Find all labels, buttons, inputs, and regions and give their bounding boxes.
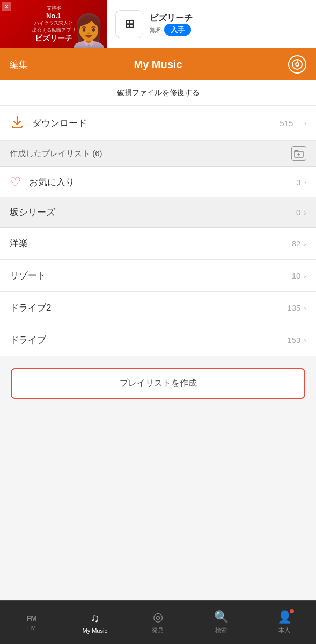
notification-badge bbox=[290, 609, 294, 613]
nav-label-fm: FM bbox=[27, 625, 36, 631]
playlist-count-saka: 0 bbox=[296, 208, 300, 217]
playlist-row-yogaku[interactable]: 洋楽 82 › bbox=[0, 228, 316, 260]
playlist-name-drive: ドライブ bbox=[10, 334, 287, 346]
ad-left[interactable]: × 支持率 No.1 ハイクラス求人と 出会える転職アプリ ビズリーチ 👩‍💼 bbox=[0, 0, 107, 48]
playlist-name-saka: 坂シリーズ bbox=[10, 206, 296, 218]
chevron-icon: › bbox=[304, 272, 306, 280]
chevron-icon: › bbox=[304, 178, 306, 186]
nav-item-search[interactable]: 🔍 検索 bbox=[189, 610, 253, 634]
ad-logo: ⊞ bbox=[115, 10, 143, 38]
ad-brand-name-left: ビズリーチ bbox=[32, 34, 76, 43]
page-title: My Music bbox=[134, 58, 182, 71]
playlist-name-resort: リゾート bbox=[10, 269, 292, 282]
nav-label-mymusic: My Music bbox=[82, 627, 107, 634]
playlist-count-resort: 10 bbox=[292, 271, 301, 280]
playlist-section-label: 作成したプレイリスト (6) bbox=[10, 149, 102, 159]
chevron-icon: › bbox=[304, 239, 306, 248]
ad-no1-label: No.1 bbox=[32, 12, 76, 20]
playlist-row-resort[interactable]: リゾート 10 › bbox=[0, 260, 316, 292]
playlist-count-drive2: 135 bbox=[287, 303, 300, 312]
download-row[interactable]: ダウンロード 515 › bbox=[0, 106, 316, 141]
mymusic-icon: ♫ bbox=[90, 611, 99, 625]
create-playlist-section: プレイリストを作成 bbox=[0, 356, 316, 411]
ad-tagline2: 出会える転職アプリ bbox=[32, 27, 76, 34]
header: 編集 My Music bbox=[0, 48, 316, 80]
nav-label-search: 検索 bbox=[215, 626, 227, 634]
bottom-nav: FM FM ♫ My Music ◎ 発見 🔍 検索 👤 本人 bbox=[0, 600, 316, 644]
playlist-name-drive2: ドライブ2 bbox=[10, 302, 287, 314]
nav-label-discover: 発見 bbox=[152, 626, 164, 634]
playlist-row-drive2[interactable]: ドライブ2 135 › bbox=[0, 292, 316, 324]
ad-tagline1: ハイクラス求人と bbox=[32, 20, 76, 27]
chevron-icon: › bbox=[304, 304, 306, 312]
add-folder-button[interactable] bbox=[291, 146, 306, 161]
search-icon: 🔍 bbox=[214, 610, 229, 624]
repair-text: 破損ファイルを修復する bbox=[117, 88, 200, 97]
ad-right[interactable]: ⊞ ビズリーチ 無料 入手 bbox=[107, 0, 316, 48]
profile-badge-wrapper: 👤 bbox=[277, 610, 292, 624]
nav-item-fm[interactable]: FM FM bbox=[0, 614, 63, 631]
heart-icon: ♡ bbox=[10, 175, 21, 188]
repair-notice[interactable]: 破損ファイルを修復する bbox=[0, 80, 316, 106]
nav-label-profile: 本人 bbox=[278, 626, 290, 634]
ad-sub-text: 無料 入手 bbox=[150, 25, 308, 35]
playlist-row-favorites[interactable]: ♡ お気に入り 3 › bbox=[0, 167, 316, 197]
download-icon bbox=[10, 114, 25, 131]
ad-text-block: ビズリーチ 無料 入手 bbox=[150, 13, 308, 35]
playlist-count-drive: 153 bbox=[287, 335, 300, 345]
ad-brand-name: ビズリーチ bbox=[150, 13, 308, 24]
nav-item-mymusic[interactable]: ♫ My Music bbox=[63, 611, 127, 634]
download-count: 515 bbox=[280, 119, 293, 128]
download-chevron-icon: › bbox=[304, 119, 306, 127]
download-label: ダウンロード bbox=[32, 117, 272, 129]
music-disc-icon[interactable] bbox=[288, 55, 306, 74]
chevron-icon: › bbox=[304, 336, 306, 345]
playlist-name-yogaku: 洋楽 bbox=[10, 237, 292, 250]
playlist-count-yogaku: 82 bbox=[292, 239, 301, 248]
playlist-section-header: 作成したプレイリスト (6) bbox=[0, 141, 316, 167]
edit-button[interactable]: 編集 bbox=[10, 58, 28, 71]
ad-get-button[interactable]: 入手 bbox=[164, 24, 191, 36]
ad-rating-label: 支持率 bbox=[32, 5, 76, 12]
playlist-name-favorites: お気に入り bbox=[29, 176, 296, 188]
ad-close-button[interactable]: × bbox=[2, 2, 11, 11]
playlist-count-favorites: 3 bbox=[296, 178, 300, 187]
ad-person-image: 👩‍💼 bbox=[70, 5, 107, 48]
chevron-icon: › bbox=[304, 208, 306, 217]
playlist-row-saka[interactable]: 坂シリーズ 0 › bbox=[0, 197, 316, 228]
svg-point-1 bbox=[296, 63, 299, 66]
close-icon: × bbox=[5, 4, 8, 10]
playlist-row-drive[interactable]: ドライブ 153 › bbox=[0, 324, 316, 356]
nav-item-profile[interactable]: 👤 本人 bbox=[253, 610, 316, 634]
create-playlist-button[interactable]: プレイリストを作成 bbox=[11, 368, 305, 399]
ad-banner[interactable]: × 支持率 No.1 ハイクラス求人と 出会える転職アプリ ビズリーチ 👩‍💼 … bbox=[0, 0, 316, 48]
nav-item-discover[interactable]: ◎ 発見 bbox=[127, 610, 190, 634]
discover-icon: ◎ bbox=[153, 610, 163, 624]
fm-icon: FM bbox=[27, 614, 36, 623]
